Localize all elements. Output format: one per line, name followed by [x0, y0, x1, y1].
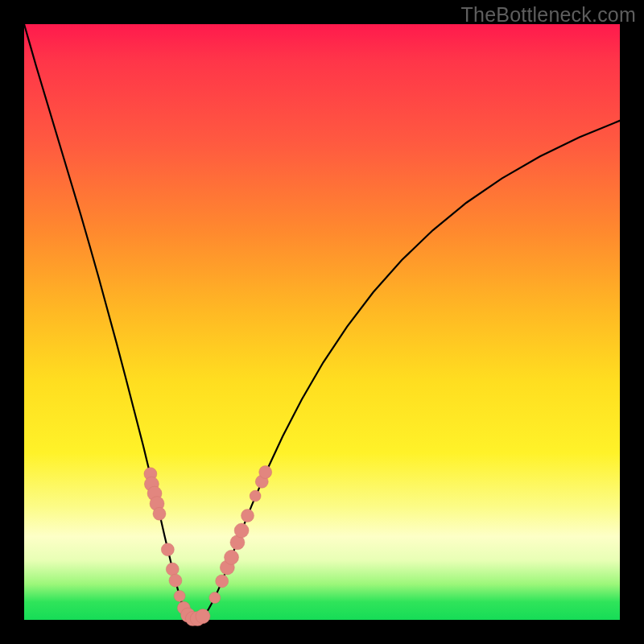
data-marker	[153, 507, 166, 520]
data-marker	[161, 543, 174, 556]
data-marker	[250, 490, 261, 502]
data-marker	[225, 550, 239, 564]
data-marker	[196, 609, 210, 624]
data-marker	[234, 523, 249, 538]
chart-frame: TheBottleneck.com	[0, 0, 644, 644]
chart-svg	[24, 24, 620, 620]
watermark-text: TheBottleneck.com	[461, 3, 636, 27]
bottleneck-curve	[24, 24, 620, 619]
data-marker	[169, 574, 182, 587]
data-markers	[144, 465, 272, 625]
data-marker	[242, 510, 254, 522]
data-marker	[209, 592, 221, 604]
data-marker	[166, 563, 179, 576]
chart-plot-area	[24, 24, 620, 620]
data-marker	[259, 465, 272, 478]
data-marker	[216, 575, 229, 588]
data-marker	[174, 590, 185, 601]
